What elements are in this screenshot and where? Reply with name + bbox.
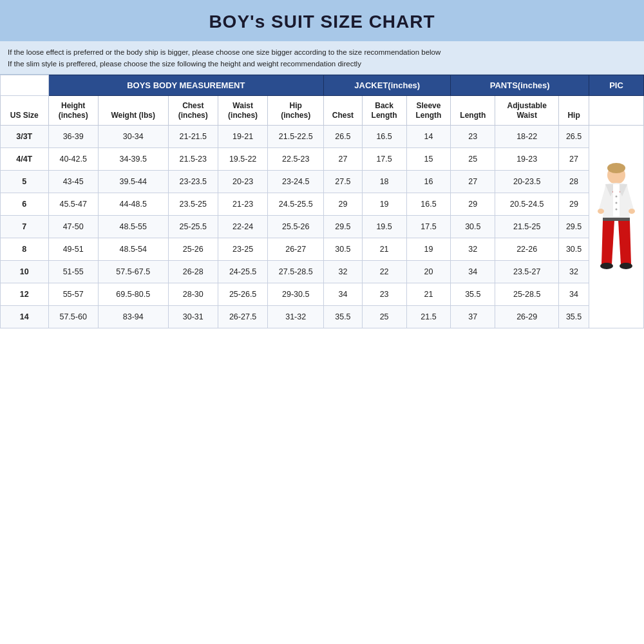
cell-back_length: 21 — [362, 238, 406, 260]
cell-us_size: 8 — [1, 238, 49, 260]
size-chart-table: BOYS BODY MEASUREMENT JACKET(inches) PAN… — [0, 75, 644, 328]
pic-header: PIC — [589, 75, 644, 95]
cell-back_length: 25 — [362, 305, 406, 328]
cell-sleeve_length: 21 — [406, 283, 451, 305]
cell-weight: 48.5-55 — [98, 215, 168, 238]
cell-hip_pants: 29.5 — [559, 215, 589, 238]
cell-weight: 57.5-67.5 — [98, 260, 168, 283]
col-hip-body: Hip(inches) — [268, 95, 324, 125]
cell-us_size: 12 — [1, 283, 49, 305]
table-row: 1457.5-6083-9430-3126-27.531-3235.52521.… — [1, 305, 644, 328]
cell-weight: 48.5-54 — [98, 238, 168, 260]
col-adjustable-waist: AdjustableWaist — [495, 95, 559, 125]
table-row: 1255-5769.5-80.528-3025-26.529-30.534232… — [1, 283, 644, 305]
page-header: BOY's SUIT SIZE CHART — [0, 0, 644, 41]
cell-sleeve_length: 19 — [406, 238, 451, 260]
cell-chest_jacket: 29.5 — [324, 215, 363, 238]
cell-chest_jacket: 35.5 — [324, 305, 363, 328]
cell-weight: 30-34 — [98, 125, 168, 147]
section-header-row: BOYS BODY MEASUREMENT JACKET(inches) PAN… — [1, 75, 644, 95]
cell-length_pants: 35.5 — [451, 283, 495, 305]
cell-waist_body: 21-23 — [218, 193, 267, 215]
jacket-header: JACKET(inches) — [324, 75, 451, 95]
table-row: 849-5148.5-5425-2623-2526-2730.521193222… — [1, 238, 644, 260]
svg-rect-10 — [613, 184, 620, 216]
cell-height: 36-39 — [48, 125, 98, 147]
svg-point-11 — [615, 196, 617, 198]
notice-line2: If the slim style is preffered, please c… — [8, 58, 636, 70]
cell-waist_body: 19.5-22 — [218, 147, 267, 170]
cell-hip_body: 25.5-26 — [268, 215, 324, 238]
cell-hip_pants: 27 — [559, 147, 589, 170]
boy-figure-svg — [592, 161, 641, 290]
cell-chest_jacket: 27 — [324, 147, 363, 170]
cell-waist_body: 26-27.5 — [218, 305, 267, 328]
cell-weight: 83-94 — [98, 305, 168, 328]
cell-chest_body: 30-31 — [168, 305, 218, 328]
cell-weight: 69.5-80.5 — [98, 283, 168, 305]
cell-hip_pants: 32 — [559, 260, 589, 283]
cell-us_size: 4/4T — [1, 147, 49, 170]
cell-hip_body: 27.5-28.5 — [268, 260, 324, 283]
cell-adjustable_waist: 20-23.5 — [495, 170, 559, 193]
col-back-length: BackLength — [362, 95, 406, 125]
svg-point-1 — [607, 163, 625, 173]
col-waist-body: Waist(inches) — [218, 95, 267, 125]
col-length-pants: Length — [451, 95, 495, 125]
notice-section: If the loose effect is preferred or the … — [0, 41, 644, 75]
pants-header: PANTS(inches) — [451, 75, 589, 95]
cell-chest_body: 25-26 — [168, 238, 218, 260]
svg-point-5 — [598, 209, 604, 214]
cell-adjustable_waist: 22-26 — [495, 238, 559, 260]
cell-sleeve_length: 21.5 — [406, 305, 451, 328]
cell-height: 57.5-60 — [48, 305, 98, 328]
cell-height: 51-55 — [48, 260, 98, 283]
col-chest-jacket: Chest — [324, 95, 363, 125]
cell-chest_jacket: 30.5 — [324, 238, 363, 260]
col-sleeve-length: SleeveLength — [406, 95, 451, 125]
cell-hip_body: 22.5-23 — [268, 147, 324, 170]
us-size-section-header — [1, 75, 49, 95]
cell-us_size: 6 — [1, 193, 49, 215]
cell-adjustable_waist: 18-22 — [495, 125, 559, 147]
notice-line1: If the loose effect is preferred or the … — [8, 46, 636, 58]
cell-height: 49-51 — [48, 238, 98, 260]
cell-chest_body: 21-21.5 — [168, 125, 218, 147]
pic-cell — [589, 125, 644, 328]
table-row: 645.5-4744-48.523.5-2521-2324.5-25.52919… — [1, 193, 644, 215]
svg-point-6 — [629, 209, 635, 214]
cell-sleeve_length: 17.5 — [406, 215, 451, 238]
cell-chest_body: 26-28 — [168, 260, 218, 283]
cell-us_size: 7 — [1, 215, 49, 238]
cell-waist_body: 25-26.5 — [218, 283, 267, 305]
svg-rect-7 — [603, 218, 630, 221]
svg-point-13 — [615, 209, 617, 211]
cell-hip_body: 29-30.5 — [268, 283, 324, 305]
cell-weight: 39.5-44 — [98, 170, 168, 193]
cell-hip_body: 23-24.5 — [268, 170, 324, 193]
cell-length_pants: 37 — [451, 305, 495, 328]
cell-chest_body: 23-23.5 — [168, 170, 218, 193]
cell-waist_body: 22-24 — [218, 215, 267, 238]
cell-back_length: 19 — [362, 193, 406, 215]
cell-back_length: 22 — [362, 260, 406, 283]
cell-us_size: 14 — [1, 305, 49, 328]
svg-point-12 — [615, 202, 617, 204]
cell-us_size: 5 — [1, 170, 49, 193]
cell-hip_pants: 26.5 — [559, 125, 589, 147]
cell-chest_body: 23.5-25 — [168, 193, 218, 215]
page-title: BOY's SUIT SIZE CHART — [6, 12, 638, 32]
table-row: 747-5048.5-5525-25.522-2425.5-2629.519.5… — [1, 215, 644, 238]
cell-hip_pants: 34 — [559, 283, 589, 305]
cell-adjustable_waist: 26-29 — [495, 305, 559, 328]
cell-waist_body: 19-21 — [218, 125, 267, 147]
cell-weight: 34-39.5 — [98, 147, 168, 170]
cell-back_length: 23 — [362, 283, 406, 305]
cell-sleeve_length: 16.5 — [406, 193, 451, 215]
cell-sleeve_length: 14 — [406, 125, 451, 147]
cell-height: 40-42.5 — [48, 147, 98, 170]
cell-length_pants: 30.5 — [451, 215, 495, 238]
cell-adjustable_waist: 21.5-25 — [495, 215, 559, 238]
cell-waist_body: 20-23 — [218, 170, 267, 193]
cell-height: 45.5-47 — [48, 193, 98, 215]
